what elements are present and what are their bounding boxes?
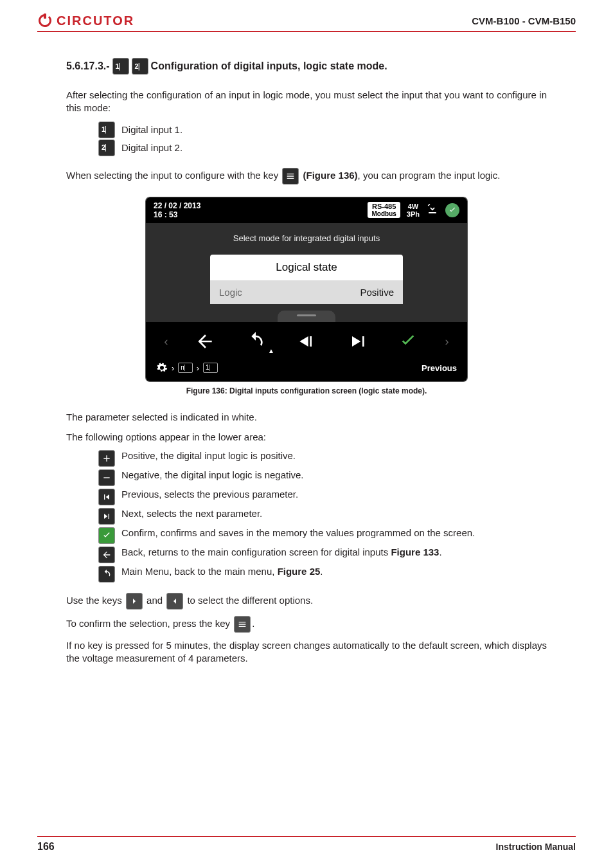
page-header: CIRCUTOR CVM-B100 - CVM-B150 xyxy=(37,13,576,32)
opt-positive: Positive, the digital input logic is pos… xyxy=(98,450,547,467)
device-param-value: Positive xyxy=(360,287,394,298)
di1-label: Digital input 1. xyxy=(121,124,182,135)
device-param-label: Logic xyxy=(219,287,242,298)
opt-confirm: Confirm, confirms and saves in the memor… xyxy=(98,527,547,544)
back-arrow-icon xyxy=(189,330,221,353)
device-button-bar: ‹ › ▲ xyxy=(146,322,467,357)
opt-back: Back, returns to the main configuration … xyxy=(98,547,547,563)
figure-136: 22 / 02 / 2013 16 : 53 RS-485 Modbus 4W … xyxy=(146,197,467,382)
device-date: 22 / 02 / 2013 xyxy=(154,201,200,210)
plus-icon xyxy=(98,450,115,467)
left-key-icon xyxy=(166,593,183,610)
logo-mark-icon xyxy=(37,13,53,28)
input1-icon: 1⎸ xyxy=(98,122,115,138)
confirm-icon xyxy=(98,527,115,544)
confirm-check-icon xyxy=(392,330,424,353)
intro-paragraph: After selecting the configuration of an … xyxy=(66,89,547,115)
section-number: 5.6.17.3.- xyxy=(66,60,110,72)
device-param-row: Logic Positive xyxy=(210,280,403,304)
download-icon xyxy=(426,203,439,217)
model-label: CVM-B100 - CVM-B150 xyxy=(472,15,576,26)
section-heading: 5.6.17.3.- 1⎸ 2⎸ Configuration of digita… xyxy=(66,58,547,75)
next-param-icon xyxy=(341,330,373,353)
di2-label: Digital input 2. xyxy=(121,142,182,153)
di1-row: 1⎸ Digital input 1. xyxy=(98,122,547,138)
opt-negative: Negative, the digital input logic is neg… xyxy=(98,469,547,486)
timeout-paragraph: If no key is pressed for 5 minutes, the … xyxy=(66,639,547,665)
device-screen: 22 / 02 / 2013 16 : 53 RS-485 Modbus 4W … xyxy=(146,197,467,382)
device-tab: Logical state xyxy=(210,255,403,280)
crumb-1-icon: 1⎸ xyxy=(203,363,218,373)
status-ok-icon xyxy=(445,203,459,217)
device-status-bar: 22 / 02 / 2013 16 : 53 RS-485 Modbus 4W … xyxy=(146,197,467,224)
menu-key-icon xyxy=(282,168,299,185)
device-prompt: Select mode for integrated digital input… xyxy=(146,233,467,243)
prev-icon xyxy=(98,489,115,505)
input1-heading-icon: 1⎸ xyxy=(112,58,129,75)
device-foot-label: Previous xyxy=(422,363,457,373)
undo-icon xyxy=(240,330,272,353)
manual-label: Instruction Manual xyxy=(496,842,576,852)
scroll-left-hint-icon: ‹ xyxy=(161,335,170,348)
prev-param-icon xyxy=(290,330,323,353)
gear-icon xyxy=(156,362,168,374)
use-keys-paragraph: Use the keys and to select the different… xyxy=(66,593,547,610)
page-number: 166 xyxy=(37,841,55,853)
input2-icon: 2⎸ xyxy=(98,140,115,156)
opt-previous: Previous, selects the previous parameter… xyxy=(98,489,547,505)
section-title-text: Configuration of digital inputs, logic s… xyxy=(151,60,387,72)
input2-heading-icon: 2⎸ xyxy=(132,58,148,75)
opt-mainmenu: Main Menu, back to the main menu, Figure… xyxy=(98,566,547,583)
device-time: 16 : 53 xyxy=(154,210,200,219)
active-caret-icon: ▲ xyxy=(268,347,274,354)
wiring-badge: 4W 3Ph xyxy=(407,203,420,218)
menu-key-icon-2 xyxy=(234,616,251,633)
param-white-note: The parameter selected is indicated in w… xyxy=(66,411,547,424)
back-icon xyxy=(98,547,115,563)
di2-row: 2⎸ Digital input 2. xyxy=(98,140,547,156)
device-handle xyxy=(278,311,335,322)
comm-badge: RS-485 Modbus xyxy=(368,202,400,218)
mainmenu-icon xyxy=(98,566,115,583)
options-intro: The following options appear in the lowe… xyxy=(66,431,547,444)
page-footer: 166 Instruction Manual xyxy=(37,836,576,853)
brand-logo: CIRCUTOR xyxy=(37,13,134,28)
confirm-paragraph: To confirm the selection, press the key … xyxy=(66,616,547,633)
minus-icon xyxy=(98,469,115,486)
scroll-right-hint-icon: › xyxy=(442,335,451,348)
breadcrumb: › п⎸ › 1⎸ xyxy=(156,362,218,374)
figure-caption: Figure 136: Digital inputs configuration… xyxy=(66,386,547,395)
brand-text: CIRCUTOR xyxy=(57,14,134,28)
next-icon xyxy=(98,508,115,525)
right-key-icon xyxy=(126,593,143,610)
svg-rect-0 xyxy=(44,14,46,19)
opt-next: Next, selects the next parameter. xyxy=(98,508,547,525)
select-paragraph: When selecting the input to configure wi… xyxy=(66,168,547,185)
device-footer: › п⎸ › 1⎸ Previous xyxy=(146,357,467,381)
crumb-n-icon: п⎸ xyxy=(178,363,192,373)
